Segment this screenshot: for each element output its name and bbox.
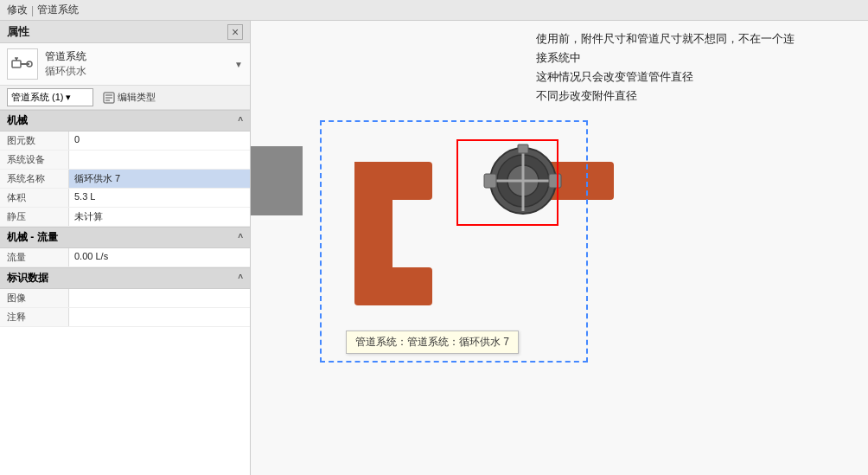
- flow-section-header[interactable]: 机械 - 流量 ^: [0, 227, 250, 248]
- svg-rect-12: [354, 267, 432, 305]
- pipe-system-icon: [10, 52, 35, 76]
- mechanical-label: 机械: [7, 113, 28, 128]
- mechanical-section-header[interactable]: 机械 ^: [0, 110, 250, 132]
- title-part2: 管道系统: [37, 3, 79, 17]
- prop-row-flow: 流量 0.00 L/s: [0, 248, 250, 267]
- prop-label-yuansu: 图元数: [0, 132, 69, 150]
- tag-section-header[interactable]: 标识数据 ^: [0, 267, 250, 289]
- pipe-tooltip: 管道系统：管道系统：循环供水 7: [346, 331, 519, 354]
- panel-title: 属性: [7, 24, 29, 40]
- prop-row-name: 系统名称 循环供水 7: [0, 170, 250, 189]
- selector-row: 管道系统 (1) ▾ 编辑类型: [0, 86, 250, 110]
- properties-area: 机械 ^ 图元数 0 系统设备 系统名称 循环供水 7 体积 5.3 L 静压 …: [0, 110, 250, 475]
- system-type-dropdown[interactable]: 管道系统 (1) ▾: [7, 88, 93, 106]
- note-line-3: 这种情况只会改变管道管件直径: [536, 67, 859, 87]
- title-separator: |: [31, 4, 34, 16]
- tooltip-text: 管道系统：管道系统：循环供水 7: [355, 336, 509, 348]
- prop-label-jingy: 静压: [0, 208, 69, 226]
- prop-value-note: [69, 308, 250, 326]
- prop-value-name[interactable]: 循环供水 7: [69, 170, 250, 188]
- prop-label-image: 图像: [0, 289, 69, 307]
- tag-chevron: ^: [238, 273, 243, 283]
- tag-label: 标识数据: [7, 271, 48, 286]
- system-info-row: 管道系统 循环供水 ▼: [0, 43, 250, 86]
- prop-label-shebei: 系统设备: [0, 151, 69, 169]
- diagram-container: 管道系统：管道系统：循环供水 7: [303, 103, 648, 397]
- flow-label: 机械 - 流量: [7, 230, 58, 245]
- prop-value-image: [69, 289, 250, 307]
- edit-icon: [103, 92, 115, 104]
- system-name-sub: 循环供水: [45, 64, 227, 79]
- title-bar: 修改 | 管道系统: [0, 0, 868, 21]
- prop-label-flow: 流量: [0, 248, 69, 266]
- prop-row-note: 注释: [0, 308, 250, 327]
- svg-rect-20: [549, 174, 561, 188]
- edit-type-button[interactable]: 编辑类型: [99, 88, 160, 106]
- canvas-panel: 使用前，附件尺寸和管道尺寸就不想同，不在一个连 接系统中 这种情况只会改变管道管…: [251, 21, 868, 475]
- panel-header: 属性 ×: [0, 21, 250, 43]
- svg-rect-0: [12, 61, 21, 67]
- note-text-area: 使用前，附件尺寸和管道尺寸就不想同，不在一个连 接系统中 这种情况只会改变管道管…: [536, 29, 859, 106]
- system-name-block: 管道系统 循环供水: [45, 49, 227, 79]
- prop-label-note: 注释: [0, 308, 69, 326]
- prop-value-shebei: [69, 151, 250, 169]
- prop-row-yuansu: 图元数 0: [0, 132, 250, 151]
- prop-row-image: 图像: [0, 289, 250, 308]
- note-line-1: 使用前，附件尺寸和管道尺寸就不想同，不在一个连: [536, 29, 859, 48]
- prop-value-jingy: 未计算: [69, 208, 250, 226]
- edit-type-label: 编辑类型: [118, 91, 156, 104]
- svg-rect-19: [484, 174, 496, 188]
- note-line-2: 接系统中: [536, 48, 859, 67]
- system-dropdown-arrow[interactable]: ▼: [234, 60, 243, 69]
- prop-value-tiji: 5.3 L: [69, 189, 250, 207]
- prop-row-tiji: 体积 5.3 L: [0, 189, 250, 208]
- svg-rect-21: [518, 144, 528, 153]
- system-name-main: 管道系统: [45, 49, 227, 64]
- prop-label-tiji: 体积: [0, 189, 69, 207]
- system-icon: [7, 48, 38, 80]
- panel-close-button[interactable]: ×: [227, 24, 243, 40]
- mechanical-chevron: ^: [238, 116, 243, 125]
- svg-rect-13: [354, 162, 393, 200]
- prop-row-shebei: 系统设备: [0, 151, 250, 170]
- prop-value-flow: 0.00 L/s: [69, 248, 250, 266]
- prop-value-yuansu: 0: [69, 132, 250, 150]
- prop-row-jingy: 静压 未计算: [0, 208, 250, 227]
- flow-chevron: ^: [238, 233, 243, 242]
- title-part1: 修改: [7, 3, 28, 17]
- gray-background-rect: [251, 146, 303, 215]
- prop-label-name: 系统名称: [0, 170, 69, 188]
- properties-panel: 属性 × 管道系统 循环供水 ▼: [0, 21, 251, 475]
